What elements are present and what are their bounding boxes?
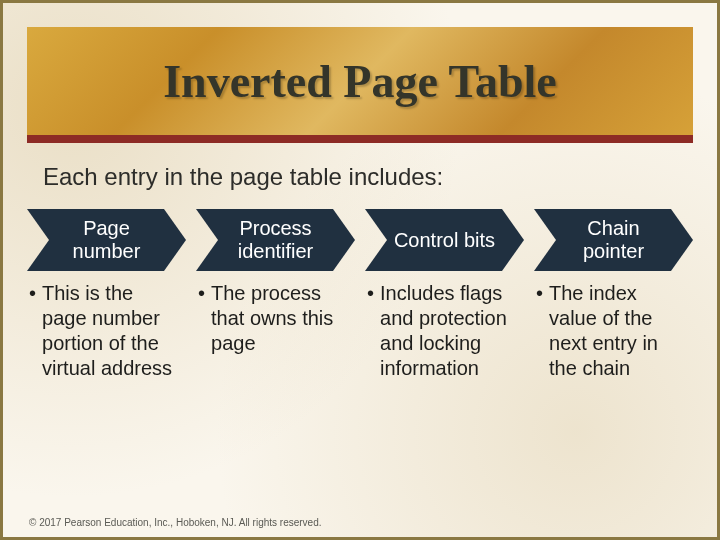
chevron-page-number: Page number (27, 209, 186, 271)
desc-control-bits: • Includes flags and protection and lock… (365, 281, 524, 381)
chevron-label: Process identifier (218, 209, 333, 271)
title-band: Inverted Page Table (27, 27, 693, 143)
desc-chain-pointer: • The index value of the next entry in t… (534, 281, 693, 381)
chevron-control-bits: Control bits (365, 209, 524, 271)
desc-text: This is the page number portion of the v… (42, 281, 182, 381)
column-chain-pointer: Chain pointer • The index value of the n… (534, 209, 693, 381)
chevron-label: Page number (49, 209, 164, 271)
desc-text: Includes flags and protection and lockin… (380, 281, 520, 381)
bullet-icon: • (198, 281, 205, 356)
column-page-number: Page number • This is the page number po… (27, 209, 186, 381)
chevron-label: Chain pointer (556, 209, 671, 271)
chevron-tail-icon (365, 209, 387, 271)
slide-title: Inverted Page Table (163, 55, 557, 108)
bullet-icon: • (367, 281, 374, 381)
chevron-tail-icon (196, 209, 218, 271)
chevron-process-identifier: Process identifier (196, 209, 355, 271)
desc-page-number: • This is the page number portion of the… (27, 281, 186, 381)
columns-row: Page number • This is the page number po… (3, 209, 717, 381)
column-process-identifier: Process identifier • The process that ow… (196, 209, 355, 356)
desc-text: The index value of the next entry in the… (549, 281, 689, 381)
chevron-tail-icon (534, 209, 556, 271)
bullet-icon: • (29, 281, 36, 381)
desc-text: The process that owns this page (211, 281, 351, 356)
chevron-tail-icon (27, 209, 49, 271)
intro-text: Each entry in the page table includes: (43, 163, 677, 191)
chevron-head-icon (671, 209, 693, 271)
chevron-head-icon (164, 209, 186, 271)
bullet-icon: • (536, 281, 543, 381)
desc-process-identifier: • The process that owns this page (196, 281, 355, 356)
column-control-bits: Control bits • Includes flags and protec… (365, 209, 524, 381)
chevron-head-icon (333, 209, 355, 271)
chevron-label: Control bits (387, 209, 502, 271)
copyright-footer: © 2017 Pearson Education, Inc., Hoboken,… (29, 517, 322, 529)
chevron-head-icon (502, 209, 524, 271)
chevron-chain-pointer: Chain pointer (534, 209, 693, 271)
